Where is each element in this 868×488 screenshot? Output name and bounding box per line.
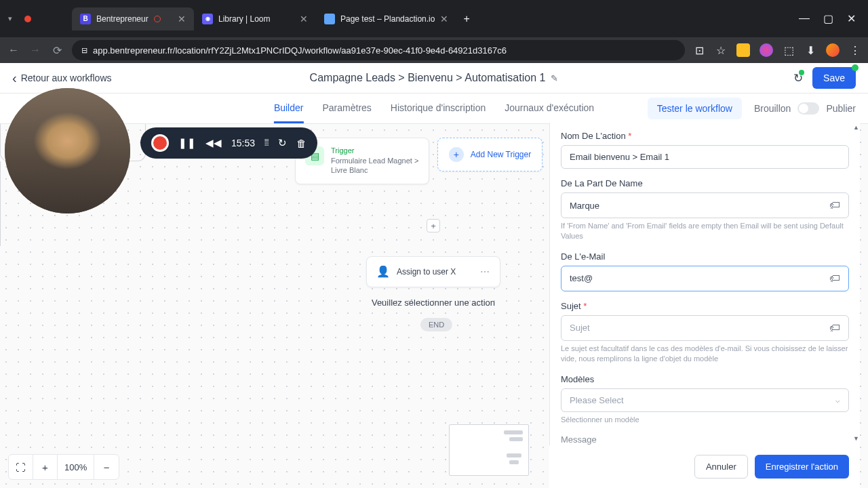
save-button[interactable]: Save [812, 67, 856, 89]
extensions-puzzle-icon[interactable]: ⬚ [783, 44, 795, 56]
tab-close-icon[interactable]: ✕ [300, 14, 308, 24]
maximize-icon[interactable]: ▢ [823, 12, 833, 25]
publish-label: Publier [826, 103, 856, 114]
extension-icon[interactable] [760, 43, 773, 57]
plus-icon: + [449, 147, 464, 162]
add-trigger-button[interactable]: + Add New Trigger [437, 138, 542, 171]
loom-controls-bar: ❚❚ ◀◀ 15:53 ⦙⦙⦙ ↻ 🗑 [140, 127, 317, 159]
add-trigger-label: Add New Trigger [471, 150, 531, 159]
close-window-icon[interactable]: ✕ [847, 12, 856, 25]
publish-toggle[interactable] [797, 102, 819, 115]
browser-menu-icon[interactable]: ⋮ [849, 44, 861, 56]
tab-builder[interactable]: Builder [274, 94, 304, 123]
tab-close-icon[interactable]: ✕ [178, 14, 186, 24]
browser-dropdown-icon[interactable]: ▾ [5, 14, 15, 24]
browser-tab-2[interactable]: ◉ Library | Loom ✕ [194, 7, 316, 30]
browser-tab-3[interactable]: Page test – Plandaction.io ✕ [316, 7, 456, 30]
panel-footer: Annuler Enregistrer l'action [549, 445, 860, 488]
forward-icon[interactable]: → [28, 44, 42, 56]
draft-label: Brouillon [754, 103, 791, 114]
tab-parametres[interactable]: Paramètres [322, 94, 371, 123]
bookmark-star-icon[interactable]: ☆ [715, 44, 727, 56]
subject-label: Sujet * [561, 301, 849, 311]
from-email-label: De L'e-Mail [561, 251, 849, 262]
workflow-canvas[interactable]: ▤ Trigger Formulaire Lead Magnet > Livre… [0, 124, 868, 488]
zoom-in-button[interactable]: + [33, 455, 58, 479]
tab-recording-icon [154, 16, 161, 22]
profile-avatar-icon[interactable] [826, 43, 840, 57]
templates-help: Sélectionner un modèle [561, 415, 849, 425]
tab-journaux[interactable]: Journaux d'exécution [505, 94, 594, 123]
tag-icon[interactable]: 🏷 [829, 199, 840, 211]
app-tabs: Builder Paramètres Historique d'inscript… [0, 94, 868, 124]
templates-placeholder: Please Select [570, 395, 624, 405]
back-to-workflows-link[interactable]: ‹ Retour aux workflows [12, 70, 112, 86]
tag-icon[interactable]: 🏷 [829, 322, 840, 334]
trigger-title: Trigger [331, 146, 419, 155]
loom-grid-icon[interactable]: ⦙⦙⦙ [264, 138, 269, 148]
install-app-icon[interactable]: ⊡ [693, 44, 705, 56]
zoom-level: 100% [58, 455, 94, 479]
loom-webcam-avatar[interactable] [5, 88, 130, 214]
loom-delete-icon[interactable]: 🗑 [296, 138, 307, 149]
templates-label: Modèles [561, 374, 849, 384]
loom-restart-icon[interactable]: ↻ [278, 137, 287, 149]
url-text: app.bentrepreneur.fr/location/rfY2ZjL2Mt… [93, 45, 507, 56]
unsaved-dot-icon [852, 64, 859, 71]
from-email-input[interactable]: 🏷 [561, 266, 849, 291]
extension-icon[interactable] [736, 43, 750, 57]
tab-favicon-icon [324, 14, 335, 24]
save-label: Save [823, 73, 845, 83]
browser-tab-1[interactable]: B Bentrepreneur ✕ [72, 7, 194, 30]
scroll-down-icon[interactable]: ▼ [853, 435, 859, 442]
browser-address-bar: ← → ⟳ ⊟ app.bentrepreneur.fr/location/rf… [0, 37, 868, 63]
user-assign-icon: 👤 [376, 265, 390, 279]
connector-line [0, 161, 1, 209]
scroll-up-icon[interactable]: ▲ [853, 124, 859, 131]
node-menu-icon[interactable]: ⋯ [480, 266, 490, 277]
tab-title: Bentrepreneur [96, 14, 149, 24]
tab-favicon-icon: B [80, 14, 91, 24]
action-settings-panel: ▲ Nom De L'action * De La Part De Name 🏷… [549, 123, 860, 488]
add-step-button[interactable]: + [427, 219, 440, 232]
tag-icon[interactable]: 🏷 [829, 272, 840, 285]
test-workflow-button[interactable]: Tester le workflow [648, 98, 742, 119]
from-name-input[interactable]: 🏷 [561, 192, 849, 218]
tab-title: Page test – Plandaction.io [340, 14, 435, 24]
downloads-icon[interactable]: ⬇ [804, 44, 816, 56]
tab-close-icon[interactable]: ✕ [440, 14, 448, 24]
loom-pause-icon[interactable]: ❚❚ [178, 137, 196, 149]
breadcrumb: Campagne Leads > Bienvenu > Automatisati… [310, 72, 559, 84]
templates-select[interactable]: Please Select ⌵ [561, 388, 849, 412]
breadcrumb-text: Campagne Leads > Bienvenu > Automatisati… [310, 72, 546, 84]
chevron-left-icon: ‹ [12, 70, 17, 86]
back-label: Retour aux workflows [21, 73, 112, 83]
save-action-button[interactable]: Enregistrer l'action [755, 455, 849, 479]
cancel-button[interactable]: Annuler [694, 455, 748, 479]
zoom-out-button[interactable]: − [94, 455, 119, 479]
new-tab-button[interactable]: + [456, 13, 476, 25]
subject-input[interactable]: 🏷 [561, 315, 849, 341]
browser-tab-bar: ▾ B Bentrepreneur ✕ ◉ Library | Loom ✕ P… [0, 0, 868, 37]
connector-line [0, 209, 1, 246]
loom-stop-button[interactable] [151, 134, 169, 152]
action-name-input[interactable] [561, 145, 849, 169]
tab-title: Library | Loom [218, 14, 270, 24]
loom-timer: 15:53 [231, 138, 255, 148]
record-indicator-icon [24, 16, 31, 22]
minimize-icon[interactable]: — [799, 12, 810, 25]
action-name-label: Nom De L'action * [561, 131, 849, 141]
status-dot-icon [799, 70, 804, 75]
loom-rewind-icon[interactable]: ◀◀ [205, 137, 222, 149]
history-icon[interactable]: ↻ [793, 71, 803, 85]
fullscreen-icon[interactable]: ⛶ [9, 455, 33, 479]
reload-icon[interactable]: ⟳ [50, 44, 64, 57]
site-info-icon[interactable]: ⊟ [81, 46, 87, 55]
url-input[interactable]: ⊟ app.bentrepreneur.fr/location/rfY2ZjL2… [72, 40, 685, 60]
edit-pencil-icon[interactable]: ✎ [551, 73, 558, 83]
minimap[interactable] [449, 424, 529, 476]
tab-historique[interactable]: Historique d'inscription [391, 94, 486, 123]
assign-node[interactable]: 👤 Assign to user X ⋯ [366, 256, 500, 287]
end-node: END [420, 318, 452, 331]
back-icon[interactable]: ← [7, 44, 20, 56]
